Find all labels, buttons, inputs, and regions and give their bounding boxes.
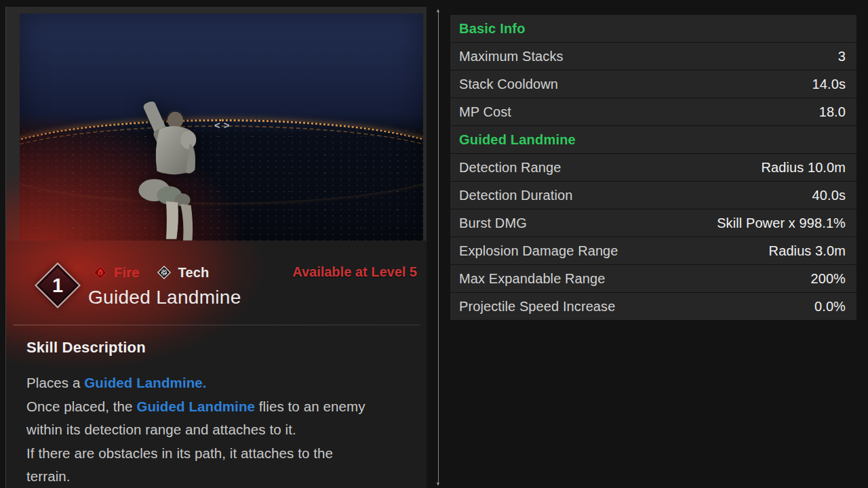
stat-row: Detection Duration40.0s xyxy=(450,182,856,209)
stat-row: Burst DMGSkill Power x 998.1% xyxy=(450,209,856,237)
angle-bracket-reticle-icon: <> xyxy=(214,119,233,131)
stat-value: Skill Power x 998.1% xyxy=(717,216,846,231)
availability-label: Available at Level 5 xyxy=(292,264,417,280)
stat-label: Stack Cooldown xyxy=(459,77,558,92)
stat-label: Projectile Speed Increase xyxy=(459,299,615,314)
skill-preview-video: <> xyxy=(20,14,423,241)
stat-value: 40.0s xyxy=(812,188,846,203)
stat-section-header: Guided Landmine xyxy=(450,126,856,153)
stat-value: 0.0% xyxy=(814,299,846,314)
skill-description-text: Places a Guided Landmine.Once placed, th… xyxy=(26,371,418,488)
stat-value: Radius 10.0m xyxy=(761,160,846,176)
category-tag: Tech xyxy=(157,265,209,281)
skill-keyword-link: Guided Landmine. xyxy=(84,375,206,390)
scrollbar[interactable] xyxy=(438,12,439,483)
element-label: Fire xyxy=(114,265,139,281)
stat-row: MP Cost18.0 xyxy=(450,98,856,125)
stat-value: 200% xyxy=(810,271,846,287)
stat-section-header-label: Guided Landmine xyxy=(459,132,576,148)
stat-value: Radius 3.0m xyxy=(769,243,846,259)
stat-section-header: Basic Info xyxy=(450,15,856,42)
stat-row: Stack Cooldown14.0s xyxy=(450,70,856,98)
category-label: Tech xyxy=(178,265,209,281)
stat-value: 3 xyxy=(838,49,846,64)
stat-value: 14.0s xyxy=(812,77,846,92)
skill-detail-screen: <> 1 Fire xyxy=(0,0,868,488)
skill-header: 1 Fire xyxy=(6,241,427,325)
skill-rank-number: 1 xyxy=(43,270,73,300)
header-divider xyxy=(13,325,420,325)
skill-tags: Fire Tech xyxy=(93,264,209,281)
character-figure xyxy=(128,102,220,241)
stat-row: Explosion Damage RangeRadius 3.0m xyxy=(450,237,856,264)
skill-description-section: Skill Description Places a Guided Landmi… xyxy=(26,339,418,488)
stat-section-header-label: Basic Info xyxy=(459,21,526,37)
skill-name: Guided Landmine xyxy=(88,287,241,308)
stat-row: Maximum Stacks3 xyxy=(450,43,856,70)
stat-label: MP Cost xyxy=(459,104,511,120)
stat-label: Detection Duration xyxy=(459,188,572,203)
skill-keyword-link: Guided Landmine xyxy=(136,399,255,414)
stat-row: Projectile Speed Increase0.0% xyxy=(450,293,856,320)
fire-icon xyxy=(93,265,108,280)
stat-label: Max Expandable Range xyxy=(459,271,605,287)
element-tag: Fire xyxy=(93,265,139,281)
skill-rank-badge: 1 xyxy=(35,262,81,308)
stat-label: Explosion Damage Range xyxy=(459,243,618,259)
stat-label: Maximum Stacks xyxy=(459,49,564,64)
stat-row: Max Expandable Range200% xyxy=(450,265,856,292)
stat-row: Detection RangeRadius 10.0m xyxy=(450,154,856,181)
tech-icon xyxy=(157,265,172,280)
skill-detail-card: <> 1 Fire xyxy=(5,7,427,488)
stats-panel: Basic InfoMaximum Stacks3Stack Cooldown1… xyxy=(450,15,856,321)
skill-description-title: Skill Description xyxy=(26,339,418,357)
stat-value: 18.0 xyxy=(819,104,846,120)
stat-label: Burst DMG xyxy=(459,216,527,231)
stat-label: Detection Range xyxy=(459,160,561,176)
